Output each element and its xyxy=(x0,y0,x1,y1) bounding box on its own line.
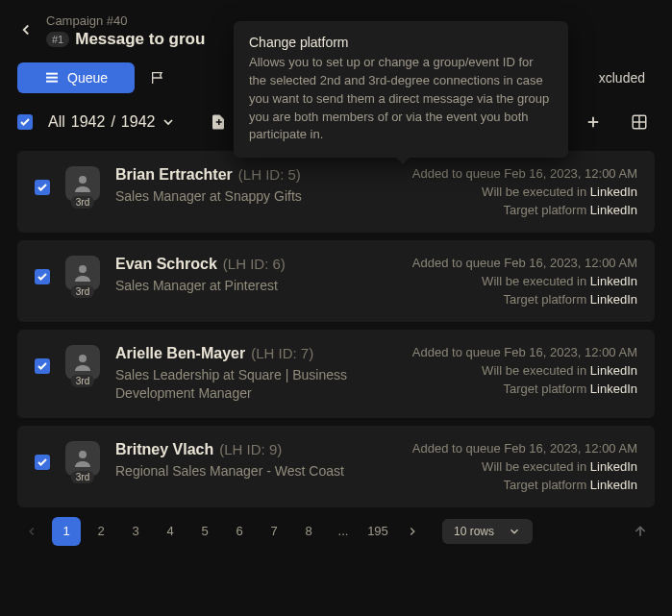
tab-flag[interactable] xyxy=(135,62,181,93)
scroll-top-button[interactable] xyxy=(626,517,655,546)
contact-role: Sales Manager at Snappy Gifts xyxy=(115,187,401,206)
add-icon-button[interactable] xyxy=(203,107,234,137)
target-line: Target platform LinkedIn xyxy=(412,203,637,217)
page-2[interactable]: 2 xyxy=(87,517,115,546)
page-1[interactable]: 1 xyxy=(52,517,81,546)
change-platform-tooltip: Change platform Allows you to set up or … xyxy=(234,21,568,158)
filter-summary[interactable]: All 1942 / 1942 xyxy=(48,113,176,131)
added-line: Added to queue Feb 16, 2023, 12:00 AM xyxy=(412,166,637,181)
contact-name: Britney Vlach xyxy=(115,441,213,458)
queue-row[interactable]: 3rd Britney Vlach (LH ID: 9) Regional Sa… xyxy=(17,426,655,507)
page-title: Message to grou xyxy=(75,30,205,49)
grid-icon-button[interactable] xyxy=(624,107,655,137)
rows-per-page-select[interactable]: 10 rows xyxy=(442,519,533,544)
svg-point-15 xyxy=(79,355,87,362)
svg-rect-1 xyxy=(46,77,58,79)
back-button[interactable] xyxy=(17,21,35,42)
row-checkbox[interactable] xyxy=(35,358,50,374)
added-line: Added to queue Feb 16, 2023, 12:00 AM xyxy=(412,256,637,270)
row-checkbox[interactable] xyxy=(35,455,50,470)
tab-excluded-label: xcluded xyxy=(599,70,645,86)
target-line: Target platform LinkedIn xyxy=(412,478,637,492)
svg-point-13 xyxy=(79,176,87,184)
campaign-label: Campaign #40 xyxy=(46,13,205,28)
exec-line: Will be executed in LinkedIn xyxy=(412,459,637,474)
page-6[interactable]: 6 xyxy=(225,517,254,546)
avatar: 3rd xyxy=(65,441,100,476)
row-checkbox[interactable] xyxy=(35,180,50,195)
tab-queue[interactable]: Queue xyxy=(17,62,135,93)
degree-badge: 3rd xyxy=(71,471,94,483)
queue-row[interactable]: 3rd Evan Schrock (LH ID: 6) Sales Manage… xyxy=(17,240,655,322)
avatar: 3rd xyxy=(65,345,100,380)
page-3[interactable]: 3 xyxy=(121,517,150,546)
contact-role: Regional Sales Manager - West Coast xyxy=(115,462,401,480)
degree-badge: 3rd xyxy=(71,375,94,387)
degree-badge: 3rd xyxy=(71,196,94,209)
contact-name: Evan Schrock xyxy=(115,256,217,273)
added-line: Added to queue Feb 16, 2023, 12:00 AM xyxy=(412,441,637,456)
tooltip-title: Change platform xyxy=(249,35,553,50)
queue-icon xyxy=(44,70,60,86)
svg-rect-2 xyxy=(46,81,58,83)
row-checkbox[interactable] xyxy=(35,269,50,284)
plus-icon-button[interactable] xyxy=(578,107,609,137)
contact-lhid: (LH ID: 5) xyxy=(238,166,301,183)
avatar: 3rd xyxy=(65,256,100,290)
page-prev[interactable] xyxy=(17,517,46,546)
tab-queue-label: Queue xyxy=(67,70,108,86)
target-line: Target platform LinkedIn xyxy=(412,292,637,307)
page-7[interactable]: 7 xyxy=(260,517,288,546)
contact-lhid: (LH ID: 9) xyxy=(219,441,282,457)
exec-line: Will be executed in LinkedIn xyxy=(412,274,637,288)
queue-row[interactable]: 3rd Arielle Ben-Mayer (LH ID: 7) Sales L… xyxy=(17,330,655,418)
contact-role: Sales Leadership at Square | Business De… xyxy=(115,366,401,403)
degree-badge: 3rd xyxy=(71,285,94,298)
contact-lhid: (LH ID: 7) xyxy=(251,345,313,361)
select-all-checkbox[interactable] xyxy=(17,114,33,130)
flag-icon xyxy=(150,70,165,86)
page-next[interactable] xyxy=(398,517,427,546)
svg-rect-0 xyxy=(46,73,58,75)
tooltip-body: Allows you to set up or change a group/e… xyxy=(249,54,553,144)
page-5[interactable]: 5 xyxy=(190,517,219,546)
avatar: 3rd xyxy=(65,166,100,201)
contact-name: Arielle Ben-Mayer xyxy=(115,345,245,362)
page-8[interactable]: 8 xyxy=(294,517,323,546)
contact-role: Sales Manager at Pinterest xyxy=(115,277,401,295)
page-4[interactable]: 4 xyxy=(156,517,185,546)
campaign-order-badge: #1 xyxy=(46,32,69,47)
svg-point-16 xyxy=(79,451,87,458)
exec-line: Will be executed in LinkedIn xyxy=(412,363,637,378)
tab-excluded[interactable]: xcluded xyxy=(589,62,655,93)
exec-line: Will be executed in LinkedIn xyxy=(412,185,637,199)
target-line: Target platform LinkedIn xyxy=(412,382,637,396)
chevron-down-icon xyxy=(161,114,176,130)
added-line: Added to queue Feb 16, 2023, 12:00 AM xyxy=(412,345,637,359)
contact-lhid: (LH ID: 6) xyxy=(223,256,286,272)
chevron-down-icon xyxy=(508,525,521,538)
page-...: ... xyxy=(329,517,358,546)
page-195[interactable]: 195 xyxy=(363,517,392,546)
svg-point-14 xyxy=(79,265,87,273)
queue-row[interactable]: 3rd Brian Ertrachter (LH ID: 5) Sales Ma… xyxy=(17,151,655,233)
contact-name: Brian Ertrachter xyxy=(115,166,233,184)
